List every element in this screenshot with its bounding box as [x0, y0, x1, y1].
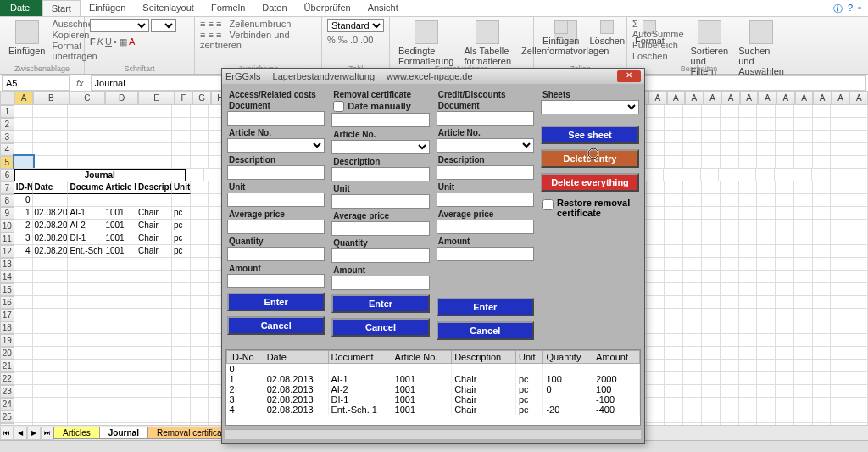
row-header[interactable]: 3: [0, 131, 14, 143]
input-unit-2[interactable]: [331, 194, 429, 209]
cell[interactable]: Article No.: [103, 181, 136, 194]
cell[interactable]: 1: [14, 207, 33, 220]
cell[interactable]: [103, 283, 136, 296]
cell[interactable]: [103, 156, 136, 169]
delete-everything-button[interactable]: Delete everything: [541, 173, 639, 192]
table-row[interactable]: 102.08.2013AI-11001Chairpc1002000: [227, 374, 640, 384]
italic-button[interactable]: K: [97, 36, 103, 47]
cell[interactable]: [68, 360, 103, 372]
cell[interactable]: [191, 334, 209, 347]
title-link-2[interactable]: Lagerbestandverwaltung: [273, 71, 375, 81]
row-header[interactable]: 23: [0, 385, 14, 398]
fx-icon[interactable]: fx: [71, 78, 89, 88]
cell[interactable]: [103, 372, 136, 385]
fontsize-select[interactable]: [151, 19, 176, 32]
cell[interactable]: 02.08.2013: [33, 207, 69, 220]
cell[interactable]: [191, 309, 209, 321]
select-sheets[interactable]: [541, 100, 639, 114]
row-header[interactable]: 5: [0, 156, 14, 169]
tab-review[interactable]: Überprüfen: [296, 0, 359, 16]
cell[interactable]: [68, 372, 103, 385]
cell[interactable]: pc: [172, 220, 191, 232]
col-header[interactable]: E: [138, 92, 175, 105]
table-header[interactable]: ID-No: [227, 351, 264, 364]
underline-button[interactable]: U: [105, 36, 112, 47]
font-select[interactable]: [90, 19, 149, 32]
dialog-table[interactable]: ID-NoDateDocumentArticle No.DescriptionU…: [225, 349, 641, 426]
cell[interactable]: [172, 131, 191, 143]
cell[interactable]: 3: [14, 232, 33, 245]
tab-nav-next[interactable]: ▶: [27, 427, 41, 440]
select-article-1[interactable]: [227, 138, 325, 153]
cell[interactable]: [136, 271, 172, 283]
name-box[interactable]: [2, 75, 70, 91]
cell[interactable]: [136, 156, 172, 169]
see-sheet-button[interactable]: See sheet: [541, 126, 639, 144]
cell[interactable]: 1001: [103, 245, 136, 258]
cell[interactable]: [33, 398, 69, 410]
cell[interactable]: [103, 321, 136, 334]
row-header[interactable]: 4: [0, 143, 14, 156]
input-avg-3[interactable]: [437, 220, 534, 234]
input-qty-2[interactable]: [331, 248, 429, 263]
table-header[interactable]: Article No.: [392, 351, 452, 364]
cell[interactable]: [14, 334, 33, 347]
cell[interactable]: Chair: [136, 245, 172, 258]
cell[interactable]: [172, 360, 191, 372]
cell[interactable]: [68, 410, 103, 423]
table-header[interactable]: Document: [328, 351, 392, 364]
table-row[interactable]: 0: [227, 364, 640, 375]
cell[interactable]: DI-1: [68, 232, 103, 245]
cell[interactable]: 4: [14, 245, 33, 258]
cell[interactable]: [68, 131, 103, 143]
cell[interactable]: [103, 271, 136, 283]
help-icon[interactable]: ⓘ: [833, 3, 843, 14]
restore-check[interactable]: [542, 199, 554, 210]
cell[interactable]: [191, 296, 209, 309]
cell[interactable]: Chair: [136, 220, 172, 232]
cell[interactable]: [103, 131, 136, 143]
cell[interactable]: [172, 283, 191, 296]
tab-nav-prev[interactable]: ◀: [14, 427, 27, 440]
cell[interactable]: [103, 398, 136, 410]
cell[interactable]: [136, 385, 172, 398]
cell[interactable]: [68, 347, 103, 360]
bold-button[interactable]: F: [90, 36, 96, 47]
tab-nav-last[interactable]: ⏭: [41, 427, 54, 440]
cell[interactable]: 2: [14, 220, 33, 232]
cell[interactable]: [14, 385, 33, 398]
cell[interactable]: [136, 398, 172, 410]
cell[interactable]: [68, 334, 103, 347]
row-header[interactable]: 17: [0, 309, 14, 321]
cell[interactable]: [68, 398, 103, 410]
cell[interactable]: [136, 143, 172, 156]
cell[interactable]: [33, 118, 69, 131]
cell[interactable]: [191, 258, 209, 271]
table-row[interactable]: 402.08.2013Ent.-Sch. 11001Chairpc-20-400: [227, 405, 640, 415]
sheet-tab-articles[interactable]: Articles: [53, 427, 100, 439]
cell[interactable]: Date: [33, 181, 69, 194]
cell[interactable]: [172, 194, 191, 207]
cell[interactable]: 02.08.2013: [33, 232, 69, 245]
cell[interactable]: [14, 156, 33, 169]
cell[interactable]: [136, 194, 172, 207]
cell[interactable]: 0: [14, 194, 33, 207]
input-desc-3[interactable]: [437, 165, 534, 180]
cell[interactable]: [103, 385, 136, 398]
cell[interactable]: [68, 271, 103, 283]
close-icon[interactable]: ✕: [617, 70, 641, 82]
cell[interactable]: [172, 334, 191, 347]
sheet-tab-journal[interactable]: Journal: [99, 427, 148, 439]
row-header[interactable]: 8: [0, 194, 14, 207]
input-desc-1[interactable]: [227, 165, 325, 180]
cell[interactable]: [172, 347, 191, 360]
cell[interactable]: [191, 372, 209, 385]
cell[interactable]: [103, 105, 136, 118]
select-article-2[interactable]: [331, 140, 429, 154]
cell[interactable]: [172, 156, 191, 169]
row-header[interactable]: 14: [0, 271, 14, 283]
cell[interactable]: Chair: [136, 232, 172, 245]
cell[interactable]: [33, 283, 69, 296]
cell[interactable]: [103, 360, 136, 372]
cell[interactable]: [136, 309, 172, 321]
